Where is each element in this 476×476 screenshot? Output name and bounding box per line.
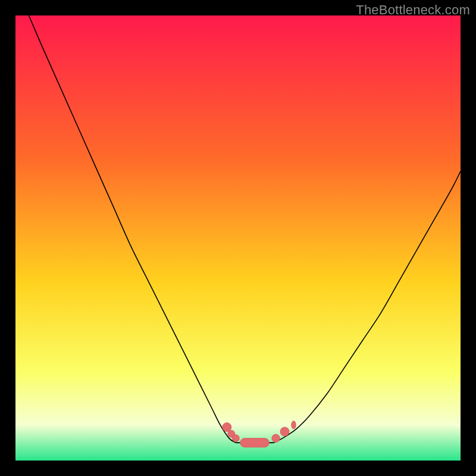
chart-svg xyxy=(15,15,461,461)
marker-6 xyxy=(292,421,296,428)
watermark-text: TheBottleneck.com xyxy=(356,2,470,18)
marker-5 xyxy=(280,427,289,436)
chart-plot-area xyxy=(15,15,461,461)
marker-3 xyxy=(240,439,270,447)
chart-frame: TheBottleneck.com xyxy=(0,0,476,476)
marker-2 xyxy=(232,435,239,442)
chart-background xyxy=(15,15,461,461)
marker-4 xyxy=(272,434,280,442)
